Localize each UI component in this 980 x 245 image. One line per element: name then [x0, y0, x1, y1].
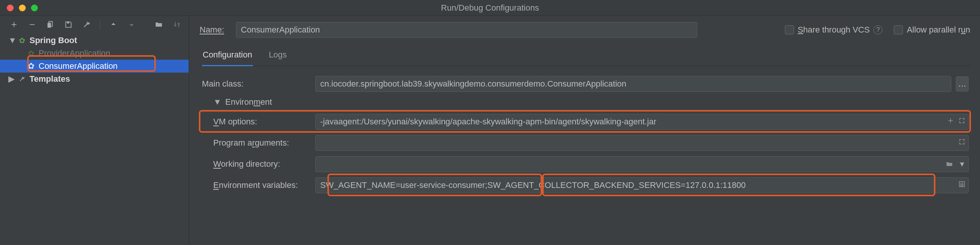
list-icon[interactable] [958, 180, 966, 190]
expand-icon[interactable] [958, 138, 966, 148]
up-icon[interactable] [108, 20, 118, 30]
top-options: SShare through VCShare through VCS ? All… [785, 25, 970, 35]
chevron-down-icon: ▼ [213, 97, 221, 107]
parallel-checkbox[interactable]: Allow parallel run [894, 25, 970, 35]
vm-options-label: VM options: [202, 117, 315, 127]
main-class-row: Main class: … [202, 76, 969, 92]
chevron-right-icon: ▶ [8, 74, 14, 84]
share-checkbox[interactable]: SShare through VCShare through VCS ? [785, 25, 883, 35]
env-vars-label: Environment variables: [202, 180, 315, 190]
program-args-label: Program arguments: [202, 138, 315, 148]
tab-configuration[interactable]: Configuration [202, 46, 253, 66]
add-icon[interactable] [947, 117, 954, 127]
environment-section-header[interactable]: ▼ Environment [213, 97, 969, 107]
tab-logs[interactable]: Logs [268, 46, 288, 66]
share-label: SShare through VCShare through VCS [798, 25, 870, 35]
remove-icon[interactable] [27, 20, 37, 30]
checkbox-icon [894, 25, 903, 34]
tabs: Configuration Logs [200, 46, 970, 66]
save-icon[interactable] [64, 20, 73, 30]
help-icon[interactable]: ? [873, 25, 883, 34]
expand-icon[interactable] [958, 117, 966, 127]
working-dir-label: Working directory: [202, 159, 315, 169]
add-icon[interactable] [9, 20, 19, 30]
configuration-form: Main class: … ▼ Environment VM options: [200, 66, 970, 199]
folder-icon[interactable] [943, 156, 956, 172]
parallel-label: Allow parallel run [907, 25, 970, 35]
tree-node-templates[interactable]: ▶ Templates [0, 73, 189, 86]
name-row: Name: SShare through VCShare through VCS… [200, 22, 970, 38]
tree-label: Templates [30, 74, 70, 84]
program-args-row: Program arguments: [202, 135, 969, 151]
tree-label: ProviderApplication [38, 48, 110, 58]
name-label: Name: [200, 25, 236, 35]
spring-boot-icon: ✿ [27, 49, 35, 58]
checkbox-icon [785, 25, 794, 34]
chevron-down-icon[interactable]: ▾ [955, 156, 969, 172]
program-args-input[interactable] [315, 135, 969, 151]
main-panel: Name: SShare through VCShare through VCS… [189, 16, 980, 245]
main-class-label: Main class: [202, 79, 315, 89]
divider [100, 20, 100, 30]
tree-label: Spring Boot [30, 35, 77, 45]
wrench-icon [18, 76, 27, 83]
env-vars-row: Environment variables: [202, 177, 969, 193]
spring-boot-icon: ✿ [18, 36, 27, 45]
env-vars-input[interactable] [315, 177, 969, 193]
window-title: Run/Debug Configurations [0, 3, 980, 13]
name-input[interactable] [236, 22, 697, 38]
tree-label: ConsumerApplication [38, 61, 118, 71]
down-icon[interactable] [127, 20, 137, 30]
vm-options-row: VM options: [202, 114, 969, 130]
tree-node-spring-boot[interactable]: ▼ ✿ Spring Boot [0, 34, 189, 47]
browse-button[interactable]: … [956, 76, 969, 92]
config-tree: ▼ ✿ Spring Boot ✿ ProviderApplication ✿ … [0, 32, 189, 86]
working-dir-input[interactable] [315, 156, 943, 172]
titlebar: Run/Debug Configurations [0, 0, 980, 16]
sidebar-toolbar [0, 16, 189, 32]
copy-icon[interactable] [45, 20, 55, 30]
chevron-down-icon: ▼ [8, 35, 14, 45]
vm-options-input[interactable] [315, 114, 969, 130]
svg-rect-0 [67, 22, 69, 24]
wrench-icon[interactable] [82, 20, 92, 30]
tree-item-provider[interactable]: ✿ ProviderApplication [0, 47, 189, 60]
working-dir-row: Working directory: ▾ [202, 156, 969, 172]
environment-label: Environment [225, 97, 272, 107]
folder-move-icon[interactable] [154, 20, 164, 30]
sort-icon[interactable] [172, 20, 182, 30]
tree-item-consumer[interactable]: ✿ ConsumerApplication [0, 60, 189, 73]
spring-boot-icon: ✿ [27, 61, 35, 71]
main-class-input[interactable] [315, 76, 951, 92]
sidebar: ▼ ✿ Spring Boot ✿ ProviderApplication ✿ … [0, 16, 189, 245]
